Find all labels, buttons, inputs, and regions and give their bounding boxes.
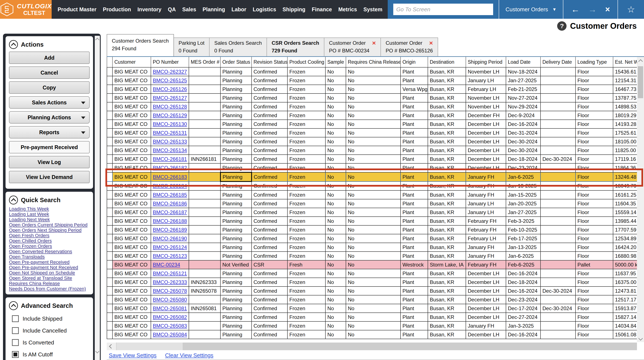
cell-delivery-date[interactable]: Dec-30-2024 <box>540 287 576 295</box>
sidebar-scrollbar[interactable] <box>95 36 100 360</box>
cell-po-number[interactable]: BMCO-266183 <box>151 172 189 181</box>
cell-destination[interactable]: Busan, KR <box>428 217 466 225</box>
po-number-link[interactable]: BMCO-265084 <box>153 332 187 338</box>
checkbox-is-converted[interactable]: Is Converted <box>12 339 90 346</box>
cell-po-number[interactable]: BMCO-266182 <box>151 163 189 172</box>
po-number-link[interactable]: BMCO-265124 <box>153 244 187 250</box>
column-header-product-cooling[interactable]: Product Cooling <box>288 57 326 67</box>
cell-delivery-date[interactable] <box>540 217 576 225</box>
column-header-load-date[interactable]: Load Date <box>506 57 540 67</box>
row-selector[interactable] <box>107 295 112 304</box>
row-selector[interactable] <box>107 67 112 76</box>
cell-mes-order[interactable] <box>189 94 220 102</box>
cell-customer[interactable]: BIG MEAT CO <box>112 287 151 295</box>
table-row[interactable]: BIG MEAT COBMCO-266187PlanningConfirmedF… <box>107 208 637 217</box>
cell-requires-china-release[interactable]: No <box>346 287 400 295</box>
po-number-link[interactable]: BMCO-265082 <box>153 314 187 320</box>
cell-customer[interactable]: BIG MEAT CO <box>112 155 151 163</box>
cell-customer[interactable]: BIG MEAT CO <box>112 322 151 330</box>
cell-revision-status[interactable]: Confirmed <box>252 146 288 155</box>
cell-product-cooling[interactable]: Frozen <box>288 295 326 304</box>
cell-loading-type[interactable]: Floor <box>576 190 613 199</box>
quick-link-open-chilled-orders[interactable]: Open Chilled Orders <box>9 238 90 243</box>
cell-mes-order[interactable]: INN265081 <box>189 304 220 313</box>
cell-loading-type[interactable]: Floor <box>576 111 613 120</box>
cell-origin[interactable]: Plant <box>400 111 428 120</box>
cell-delivery-date[interactable] <box>540 199 576 208</box>
cell-origin[interactable]: Plant <box>400 181 428 190</box>
cell-delivery-date[interactable] <box>540 137 576 146</box>
cell-load-date[interactable]: Feb-3-2025 <box>506 217 540 225</box>
cell-requires-china-release[interactable]: No <box>346 313 400 322</box>
table-row[interactable]: BIG MEAT COBMCO-265130PlanningConfirmedF… <box>107 120 637 129</box>
po-number-link[interactable]: BMCO-265080 <box>153 297 187 303</box>
table-row[interactable]: BIG MEAT COBMCO-265083PlanningConfirmedF… <box>107 322 637 330</box>
cell-loading-type[interactable]: Floor <box>576 269 613 278</box>
screen-selector-dropdown[interactable]: Customer Orders ▼ <box>499 0 563 19</box>
close-tab-icon[interactable]: × <box>429 40 433 46</box>
cell-origin[interactable]: Plant <box>400 120 428 129</box>
cell-delivery-date[interactable] <box>540 190 576 199</box>
nav-item-finance[interactable]: Finance <box>312 6 332 12</box>
po-number-link[interactable]: BMCO-266181 <box>153 156 187 162</box>
cell-load-date[interactable]: Jan-13-2025 <box>506 181 540 190</box>
cell-customer[interactable]: BIG MEAT CO <box>112 111 151 120</box>
cell-load-date[interactable]: Dec-23-2024 <box>506 163 540 172</box>
view-live-demand-button[interactable]: View Live Demand <box>9 171 90 183</box>
po-number-link[interactable]: BMCO-265134 <box>153 147 187 153</box>
checkbox-box[interactable] <box>12 351 19 358</box>
cell-revision-status[interactable]: Confirmed <box>252 94 288 102</box>
cell-sample[interactable]: No <box>326 155 346 163</box>
cell-loading-type[interactable]: Floor <box>576 243 613 252</box>
cell-mes-order[interactable] <box>189 243 220 252</box>
goto-screen-input[interactable] <box>393 4 493 15</box>
cell-customer[interactable]: BIG MEAT CO <box>112 304 151 313</box>
nav-item-qa[interactable]: QA <box>168 6 176 12</box>
cell-shipping-period[interactable]: January FH <box>466 190 506 199</box>
cell-mes-order[interactable] <box>189 208 220 217</box>
cell-origin[interactable]: Plant <box>400 278 428 287</box>
row-selector[interactable] <box>107 260 112 269</box>
table-row[interactable]: BIG MEAT COBMCO-265121PlanningConfirmedF… <box>107 269 637 278</box>
cell-po-number[interactable]: BMCO-265125 <box>151 76 189 85</box>
cell-loading-type[interactable]: Floor <box>576 67 613 76</box>
cell-order-status[interactable]: Planning <box>220 234 252 243</box>
po-number-link[interactable]: BMCO-265131 <box>153 130 187 136</box>
cell-delivery-date[interactable]: Dec-30-2024 <box>540 304 576 313</box>
cell-customer[interactable]: BIG MEAT CO <box>112 199 151 208</box>
quick-link-loading-last-week[interactable]: Loading Last Week <box>9 211 90 217</box>
cell-load-date[interactable]: Dec-27-2024 <box>506 313 540 322</box>
cell-origin[interactable]: Plant <box>400 304 428 313</box>
cell-po-number[interactable]: BMCO-265130 <box>151 120 189 129</box>
cell-mes-order[interactable] <box>189 234 220 243</box>
cell-order-status[interactable]: Planning <box>220 137 252 146</box>
cell-load-date[interactable]: Dec-16-2024 <box>506 120 540 129</box>
quick-link-open-frozen-orders[interactable]: Open Frozen Orders <box>9 243 90 249</box>
cell-shipping-period[interactable]: January LH <box>466 199 506 208</box>
cell-mes-order[interactable] <box>189 129 220 137</box>
cell-mes-order[interactable] <box>189 67 220 76</box>
cell-po-number[interactable]: BMCO-265133 <box>151 137 189 146</box>
po-number-link[interactable]: BMCO-265128 <box>153 104 187 110</box>
cell-delivery-date[interactable] <box>540 94 576 102</box>
po-number-link[interactable]: BMCO-265081 <box>153 306 187 311</box>
cell-customer[interactable]: BIG MEAT CO <box>112 172 151 181</box>
cell-revision-status[interactable]: Confirmed <box>252 269 288 278</box>
cell-loading-type[interactable]: Floor <box>576 155 613 163</box>
cell-product-cooling[interactable]: Frozen <box>288 322 326 330</box>
cell-load-date[interactable]: Feb-10-2025 <box>506 225 540 234</box>
cell-order-status[interactable]: Planning <box>220 120 252 129</box>
cell-sample[interactable]: No <box>326 295 346 304</box>
cell-delivery-date[interactable] <box>540 234 576 243</box>
collapse-chevron-icon[interactable] <box>9 195 18 204</box>
cell-origin[interactable]: Versa Wpg <box>400 85 428 94</box>
cell-shipping-period[interactable]: December LH <box>466 120 506 129</box>
cell-customer[interactable]: BIG MEAT CO <box>112 260 151 269</box>
checkbox-include-cancelled[interactable]: Include Cancelled <box>12 327 90 334</box>
row-selector[interactable] <box>107 146 112 155</box>
cell-origin[interactable]: Plant <box>400 225 428 234</box>
cell-po-number[interactable]: BMCO-265121 <box>151 269 189 278</box>
row-selector[interactable] <box>107 137 112 146</box>
cell-order-status[interactable]: Not Verified <box>220 260 252 269</box>
cell-load-date[interactable]: Jan-15-2025 <box>506 190 540 199</box>
